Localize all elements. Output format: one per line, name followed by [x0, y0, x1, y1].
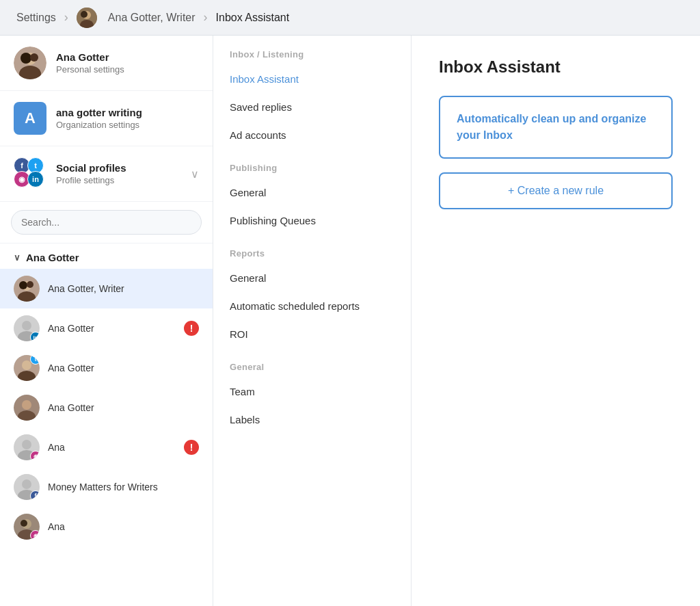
info-box-text: Automatically clean up and organize your…	[457, 111, 655, 144]
main-layout: Ana Gotter Personal settings A ana gotte…	[0, 36, 700, 606]
section-label-general: General	[213, 348, 411, 378]
personal-avatar	[14, 47, 46, 79]
nav-roi[interactable]: ROI	[213, 320, 411, 348]
svg-point-18	[22, 360, 31, 370]
nav-reports-general[interactable]: General	[213, 264, 411, 292]
facebook-badge: f	[30, 490, 40, 500]
section-label-reports: Reports	[213, 235, 411, 264]
org-avatar-letter: A	[14, 102, 46, 135]
section-label-inbox: Inbox / Listening	[213, 36, 411, 65]
social-info: Social profiles Profile settings	[56, 162, 181, 185]
nav-publishing-general[interactable]: General	[213, 179, 411, 207]
left-sidebar: Ana Gotter Personal settings A ana gotte…	[0, 36, 213, 606]
breadcrumb-user[interactable]: Ana Gotter, Writer	[77, 8, 196, 28]
social-icons: f t ◉ in	[14, 157, 46, 190]
linkedin-badge: in	[30, 332, 40, 341]
group-label: Ana Gotter	[26, 252, 79, 263]
nav-labels[interactable]: Labels	[213, 406, 411, 434]
org-sub: Organization settings	[56, 120, 142, 130]
svg-point-8	[30, 53, 38, 62]
svg-point-21	[22, 400, 31, 410]
svg-point-24	[22, 440, 31, 449]
right-content: Inbox Assistant Automatically clean up a…	[412, 36, 700, 606]
nav-ad-accounts[interactable]: Ad accounts	[213, 121, 411, 149]
account-name-ana-ig: Ana	[48, 442, 176, 453]
middle-column: Inbox / Listening Inbox Assistant Saved …	[213, 36, 412, 606]
account-item-ana-bottom[interactable]: ◉ Ana	[0, 507, 213, 546]
account-name-linkedin: Ana Gotter	[48, 323, 176, 334]
breadcrumb-settings[interactable]: Settings	[16, 12, 56, 24]
org-info: ana gotter writing Organization settings	[56, 107, 142, 130]
svg-point-32	[21, 520, 27, 527]
account-name-money-matters: Money Matters for Writers	[48, 482, 199, 492]
breadcrumb-arrow-1: ›	[64, 10, 68, 25]
account-item-instagram[interactable]: Ana Gotter	[0, 388, 213, 427]
org-name: ana gotter writing	[56, 107, 142, 118]
instagram-badge: ◉	[30, 451, 40, 460]
svg-point-12	[19, 281, 27, 289]
account-item-ana-ig[interactable]: ◉ Ana !	[0, 427, 213, 467]
social-name: Social profiles	[56, 162, 181, 174]
nav-inbox-assistant[interactable]: Inbox Assistant	[213, 65, 411, 93]
account-item-linkedin[interactable]: in Ana Gotter !	[0, 308, 213, 348]
nav-team[interactable]: Team	[213, 378, 411, 406]
org-settings-item[interactable]: A ana gotter writing Organization settin…	[0, 91, 213, 146]
nav-auto-scheduled[interactable]: Automatic scheduled reports	[213, 292, 411, 320]
info-box: Automatically clean up and organize your…	[439, 96, 673, 159]
breadcrumb-arrow-2: ›	[204, 10, 208, 25]
account-name-instagram: Ana Gotter	[48, 402, 199, 413]
account-item-twitter[interactable]: t Ana Gotter	[0, 348, 213, 388]
breadcrumb-user-avatar	[77, 8, 97, 28]
social-profiles-item[interactable]: f t ◉ in Social profiles Profile setting…	[0, 146, 213, 202]
personal-name: Ana Gotter	[56, 51, 124, 63]
breadcrumb-page: Inbox Assistant	[216, 12, 290, 24]
personal-info: Ana Gotter Personal settings	[56, 51, 124, 75]
account-avatar-instagram	[14, 395, 40, 421]
breadcrumb-bar: Settings › Ana Gotter, Writer › Inbox As…	[0, 0, 700, 36]
search-container	[0, 202, 213, 243]
personal-settings-item[interactable]: Ana Gotter Personal settings	[0, 36, 213, 91]
twitter-badge: t	[30, 355, 40, 365]
error-badge-ana-ig: !	[184, 440, 199, 455]
account-avatar-ana-ig: ◉	[14, 434, 40, 460]
account-item-writer[interactable]: Ana Gotter, Writer	[0, 269, 213, 308]
account-avatar-linkedin: in	[14, 315, 40, 341]
account-item-money-matters[interactable]: f Money Matters for Writers	[0, 467, 213, 507]
account-avatar-twitter: t	[14, 355, 40, 381]
nav-saved-replies[interactable]: Saved replies	[213, 93, 411, 121]
linkedin-icon: in	[27, 171, 44, 187]
instagram-bottom-badge: ◉	[30, 530, 40, 540]
group-chevron-icon: ∨	[14, 252, 21, 263]
nav-publishing-queues[interactable]: Publishing Queues	[213, 207, 411, 235]
svg-point-27	[22, 479, 31, 489]
page-title: Inbox Assistant	[439, 57, 673, 77]
search-input[interactable]	[11, 210, 202, 235]
chevron-down-icon: ∨	[191, 168, 199, 181]
group-header-ana-gotter[interactable]: ∨ Ana Gotter	[0, 243, 213, 269]
svg-point-13	[27, 281, 33, 288]
account-avatar-money: f	[14, 474, 40, 500]
personal-sub: Personal settings	[56, 64, 124, 75]
svg-point-7	[21, 53, 31, 64]
account-name-twitter: Ana Gotter	[48, 363, 199, 373]
account-name-writer: Ana Gotter, Writer	[48, 283, 199, 294]
svg-point-3	[81, 11, 88, 18]
account-name-ana-bottom: Ana	[48, 521, 199, 532]
account-avatar-writer	[14, 276, 40, 302]
social-sub: Profile settings	[56, 175, 181, 185]
account-avatar-ana-bottom: ◉	[14, 514, 40, 540]
error-badge-linkedin: !	[184, 321, 199, 336]
section-label-publishing: Publishing	[213, 149, 411, 179]
create-rule-button[interactable]: + Create a new rule	[439, 172, 673, 209]
svg-point-15	[22, 321, 31, 330]
